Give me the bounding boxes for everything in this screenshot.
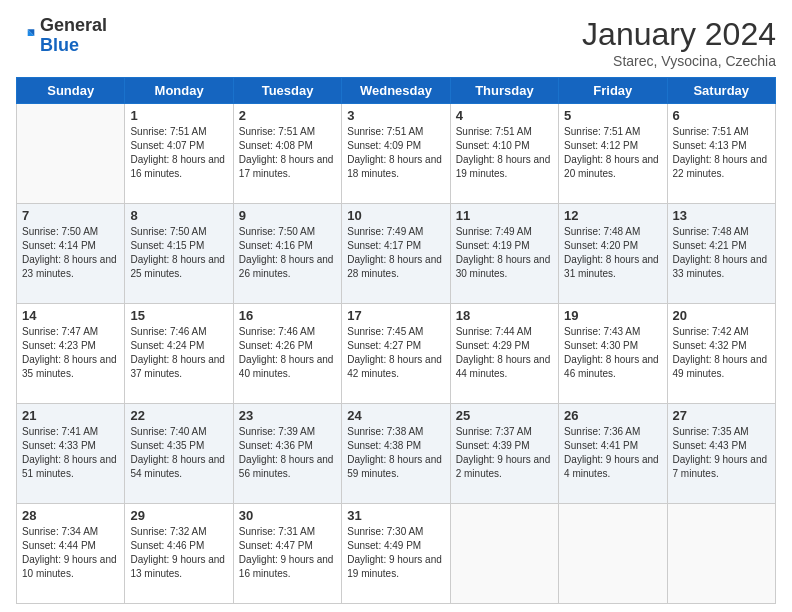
day-info: Sunrise: 7:51 AMSunset: 4:08 PMDaylight:… (239, 125, 336, 181)
day-info: Sunrise: 7:40 AMSunset: 4:35 PMDaylight:… (130, 425, 227, 481)
logo-general-text: General (40, 15, 107, 35)
day-info: Sunrise: 7:43 AMSunset: 4:30 PMDaylight:… (564, 325, 661, 381)
day-number: 18 (456, 308, 553, 323)
day-info: Sunrise: 7:32 AMSunset: 4:46 PMDaylight:… (130, 525, 227, 581)
day-info: Sunrise: 7:46 AMSunset: 4:26 PMDaylight:… (239, 325, 336, 381)
day-number: 23 (239, 408, 336, 423)
day-number: 5 (564, 108, 661, 123)
calendar-cell: 14Sunrise: 7:47 AMSunset: 4:23 PMDayligh… (17, 304, 125, 404)
logo-icon (16, 26, 36, 46)
day-info: Sunrise: 7:37 AMSunset: 4:39 PMDaylight:… (456, 425, 553, 481)
calendar-cell: 2Sunrise: 7:51 AMSunset: 4:08 PMDaylight… (233, 104, 341, 204)
day-number: 9 (239, 208, 336, 223)
calendar-cell (450, 504, 558, 604)
day-info: Sunrise: 7:48 AMSunset: 4:21 PMDaylight:… (673, 225, 770, 281)
calendar-cell: 21Sunrise: 7:41 AMSunset: 4:33 PMDayligh… (17, 404, 125, 504)
calendar-cell: 16Sunrise: 7:46 AMSunset: 4:26 PMDayligh… (233, 304, 341, 404)
day-number: 27 (673, 408, 770, 423)
calendar-cell: 1Sunrise: 7:51 AMSunset: 4:07 PMDaylight… (125, 104, 233, 204)
day-number: 12 (564, 208, 661, 223)
calendar-cell: 13Sunrise: 7:48 AMSunset: 4:21 PMDayligh… (667, 204, 775, 304)
calendar-cell (667, 504, 775, 604)
col-tuesday: Tuesday (233, 78, 341, 104)
title-area: January 2024 Starec, Vysocina, Czechia (582, 16, 776, 69)
day-info: Sunrise: 7:49 AMSunset: 4:19 PMDaylight:… (456, 225, 553, 281)
calendar-cell (17, 104, 125, 204)
day-number: 7 (22, 208, 119, 223)
col-friday: Friday (559, 78, 667, 104)
calendar-cell: 24Sunrise: 7:38 AMSunset: 4:38 PMDayligh… (342, 404, 450, 504)
day-number: 1 (130, 108, 227, 123)
calendar-cell: 9Sunrise: 7:50 AMSunset: 4:16 PMDaylight… (233, 204, 341, 304)
calendar-cell: 20Sunrise: 7:42 AMSunset: 4:32 PMDayligh… (667, 304, 775, 404)
day-info: Sunrise: 7:51 AMSunset: 4:12 PMDaylight:… (564, 125, 661, 181)
calendar-cell: 15Sunrise: 7:46 AMSunset: 4:24 PMDayligh… (125, 304, 233, 404)
calendar-cell: 11Sunrise: 7:49 AMSunset: 4:19 PMDayligh… (450, 204, 558, 304)
calendar-cell: 5Sunrise: 7:51 AMSunset: 4:12 PMDaylight… (559, 104, 667, 204)
day-info: Sunrise: 7:38 AMSunset: 4:38 PMDaylight:… (347, 425, 444, 481)
calendar-cell: 18Sunrise: 7:44 AMSunset: 4:29 PMDayligh… (450, 304, 558, 404)
col-saturday: Saturday (667, 78, 775, 104)
day-info: Sunrise: 7:50 AMSunset: 4:16 PMDaylight:… (239, 225, 336, 281)
day-info: Sunrise: 7:50 AMSunset: 4:15 PMDaylight:… (130, 225, 227, 281)
day-info: Sunrise: 7:51 AMSunset: 4:07 PMDaylight:… (130, 125, 227, 181)
calendar-cell (559, 504, 667, 604)
calendar-week-5: 28Sunrise: 7:34 AMSunset: 4:44 PMDayligh… (17, 504, 776, 604)
day-number: 4 (456, 108, 553, 123)
day-info: Sunrise: 7:47 AMSunset: 4:23 PMDaylight:… (22, 325, 119, 381)
day-info: Sunrise: 7:48 AMSunset: 4:20 PMDaylight:… (564, 225, 661, 281)
day-number: 11 (456, 208, 553, 223)
day-info: Sunrise: 7:50 AMSunset: 4:14 PMDaylight:… (22, 225, 119, 281)
day-info: Sunrise: 7:35 AMSunset: 4:43 PMDaylight:… (673, 425, 770, 481)
day-number: 17 (347, 308, 444, 323)
day-info: Sunrise: 7:42 AMSunset: 4:32 PMDaylight:… (673, 325, 770, 381)
calendar: Sunday Monday Tuesday Wednesday Thursday… (16, 77, 776, 604)
day-number: 25 (456, 408, 553, 423)
calendar-week-4: 21Sunrise: 7:41 AMSunset: 4:33 PMDayligh… (17, 404, 776, 504)
day-info: Sunrise: 7:34 AMSunset: 4:44 PMDaylight:… (22, 525, 119, 581)
day-number: 30 (239, 508, 336, 523)
calendar-cell: 6Sunrise: 7:51 AMSunset: 4:13 PMDaylight… (667, 104, 775, 204)
col-sunday: Sunday (17, 78, 125, 104)
day-number: 3 (347, 108, 444, 123)
day-number: 21 (22, 408, 119, 423)
calendar-cell: 4Sunrise: 7:51 AMSunset: 4:10 PMDaylight… (450, 104, 558, 204)
calendar-cell: 19Sunrise: 7:43 AMSunset: 4:30 PMDayligh… (559, 304, 667, 404)
calendar-cell: 25Sunrise: 7:37 AMSunset: 4:39 PMDayligh… (450, 404, 558, 504)
day-number: 24 (347, 408, 444, 423)
col-wednesday: Wednesday (342, 78, 450, 104)
calendar-cell: 12Sunrise: 7:48 AMSunset: 4:20 PMDayligh… (559, 204, 667, 304)
day-number: 8 (130, 208, 227, 223)
day-info: Sunrise: 7:51 AMSunset: 4:13 PMDaylight:… (673, 125, 770, 181)
calendar-cell: 30Sunrise: 7:31 AMSunset: 4:47 PMDayligh… (233, 504, 341, 604)
logo: General Blue (16, 16, 107, 56)
day-number: 26 (564, 408, 661, 423)
day-number: 13 (673, 208, 770, 223)
day-number: 22 (130, 408, 227, 423)
day-info: Sunrise: 7:49 AMSunset: 4:17 PMDaylight:… (347, 225, 444, 281)
day-info: Sunrise: 7:51 AMSunset: 4:09 PMDaylight:… (347, 125, 444, 181)
day-number: 29 (130, 508, 227, 523)
day-info: Sunrise: 7:31 AMSunset: 4:47 PMDaylight:… (239, 525, 336, 581)
logo-blue-text: Blue (40, 35, 79, 55)
header: General Blue January 2024 Starec, Vysoci… (16, 16, 776, 69)
calendar-cell: 31Sunrise: 7:30 AMSunset: 4:49 PMDayligh… (342, 504, 450, 604)
day-info: Sunrise: 7:44 AMSunset: 4:29 PMDaylight:… (456, 325, 553, 381)
day-number: 19 (564, 308, 661, 323)
day-info: Sunrise: 7:46 AMSunset: 4:24 PMDaylight:… (130, 325, 227, 381)
page: General Blue January 2024 Starec, Vysoci… (0, 0, 792, 612)
calendar-week-2: 7Sunrise: 7:50 AMSunset: 4:14 PMDaylight… (17, 204, 776, 304)
day-number: 28 (22, 508, 119, 523)
calendar-week-3: 14Sunrise: 7:47 AMSunset: 4:23 PMDayligh… (17, 304, 776, 404)
col-thursday: Thursday (450, 78, 558, 104)
calendar-cell: 10Sunrise: 7:49 AMSunset: 4:17 PMDayligh… (342, 204, 450, 304)
day-number: 14 (22, 308, 119, 323)
calendar-week-1: 1Sunrise: 7:51 AMSunset: 4:07 PMDaylight… (17, 104, 776, 204)
calendar-cell: 17Sunrise: 7:45 AMSunset: 4:27 PMDayligh… (342, 304, 450, 404)
calendar-cell: 23Sunrise: 7:39 AMSunset: 4:36 PMDayligh… (233, 404, 341, 504)
month-title: January 2024 (582, 16, 776, 53)
subtitle: Starec, Vysocina, Czechia (582, 53, 776, 69)
day-info: Sunrise: 7:41 AMSunset: 4:33 PMDaylight:… (22, 425, 119, 481)
calendar-cell: 22Sunrise: 7:40 AMSunset: 4:35 PMDayligh… (125, 404, 233, 504)
day-number: 31 (347, 508, 444, 523)
